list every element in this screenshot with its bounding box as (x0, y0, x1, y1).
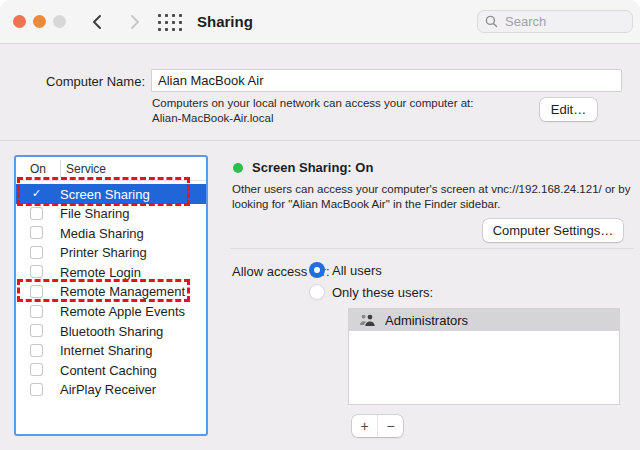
status-description: Other users can access your computer's s… (232, 182, 636, 212)
service-label-bluetooth-sharing: Bluetooth Sharing (60, 324, 163, 339)
group-icon (359, 314, 376, 327)
computer-settings-button[interactable]: Computer Settings… (483, 219, 623, 242)
search-field[interactable] (477, 10, 633, 33)
service-label-internet-sharing: Internet Sharing (60, 343, 153, 358)
zoom-button-disabled (53, 15, 66, 28)
search-input[interactable] (503, 13, 625, 30)
status-green-dot-icon (233, 163, 243, 173)
service-row-airplay-receiver[interactable]: AirPlay Receiver (16, 380, 206, 400)
window-title: Sharing (197, 13, 253, 30)
column-separator (60, 160, 61, 178)
checkbox-media-sharing[interactable] (30, 226, 43, 239)
chevron-right-icon (124, 12, 144, 32)
service-row-bluetooth-sharing[interactable]: Bluetooth Sharing (16, 321, 206, 341)
help-line-2: Alian-MacBook-Air.local (152, 112, 273, 124)
checkbox-printer-sharing[interactable] (30, 246, 43, 259)
column-header-service: Service (66, 162, 106, 176)
group-icon (359, 314, 376, 327)
checkbox-bluetooth-sharing[interactable] (30, 324, 43, 337)
toolbar: Sharing (0, 0, 640, 44)
checkbox-file-sharing[interactable] (30, 207, 43, 220)
service-row-remote-apple-events[interactable]: Remote Apple Events (16, 302, 206, 322)
service-label-file-sharing: File Sharing (60, 206, 129, 221)
checkbox-remote-apple-events[interactable] (30, 305, 43, 318)
radio-only-these-users-label[interactable]: Only these users: (332, 285, 433, 300)
service-label-remote-login: Remote Login (60, 265, 141, 280)
service-label-content-caching: Content Caching (60, 363, 157, 378)
service-row-content-caching[interactable]: Content Caching (16, 360, 206, 380)
radio-only-these-users[interactable] (309, 284, 325, 300)
show-all-grid-icon[interactable] (157, 13, 184, 32)
column-header-on: On (26, 162, 50, 176)
remove-user-button[interactable]: − (378, 415, 403, 437)
checkbox-content-caching[interactable] (30, 363, 43, 376)
service-list: On Service ✓Screen SharingFile SharingMe… (14, 155, 208, 436)
service-row-media-sharing[interactable]: Media Sharing (16, 223, 206, 243)
service-row-file-sharing[interactable]: File Sharing (16, 204, 206, 224)
close-button[interactable] (13, 15, 26, 28)
checkbox-airplay-receiver[interactable] (30, 383, 43, 396)
checkbox-remote-login[interactable] (30, 265, 43, 278)
section-divider (0, 140, 640, 141)
add-remove-control: + − (352, 415, 403, 437)
service-row-internet-sharing[interactable]: Internet Sharing (16, 341, 206, 361)
detail-divider (230, 248, 634, 249)
service-label-airplay-receiver: AirPlay Receiver (60, 382, 156, 397)
chevron-left-icon (88, 12, 108, 32)
computer-name-help: Computers on your local network can acce… (152, 96, 474, 125)
radio-all-users[interactable] (309, 262, 325, 278)
service-label-media-sharing: Media Sharing (60, 226, 144, 241)
forward-button-disabled (124, 12, 144, 32)
status-title: Screen Sharing: On (252, 160, 373, 175)
help-line-1: Computers on your local network can acce… (152, 97, 474, 109)
service-label-remote-apple-events: Remote Apple Events (60, 304, 185, 319)
sharing-preferences-window: Sharing Computer Name: Computers on your… (0, 0, 640, 450)
radio-all-users-label[interactable]: All users (332, 263, 382, 278)
back-button[interactable] (88, 12, 108, 32)
search-icon (485, 15, 498, 28)
edit-button[interactable]: Edit… (540, 98, 597, 121)
computer-name-label: Computer Name: (0, 74, 145, 89)
checkbox-internet-sharing[interactable] (30, 344, 43, 357)
service-row-printer-sharing[interactable]: Printer Sharing (16, 243, 206, 263)
add-user-button[interactable]: + (352, 415, 378, 437)
computer-name-input[interactable] (151, 69, 622, 92)
minimize-button[interactable] (33, 15, 46, 28)
annotation-screen-sharing (17, 177, 190, 206)
annotation-remote-management (17, 279, 190, 302)
user-row-administrators[interactable]: Administrators (349, 309, 619, 331)
users-list: Administrators (348, 308, 620, 405)
user-name: Administrators (385, 313, 468, 328)
service-label-printer-sharing: Printer Sharing (60, 245, 147, 260)
traffic-lights (13, 15, 66, 28)
